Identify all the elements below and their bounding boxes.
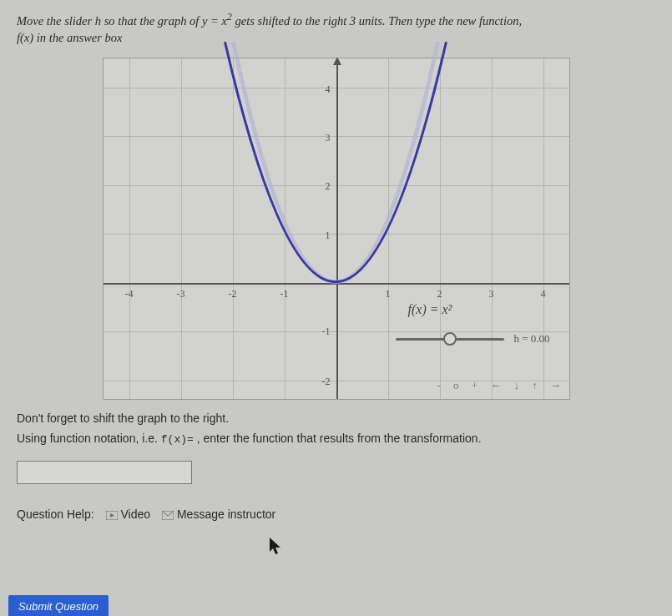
prompt-text: Move the slider [17, 14, 95, 28]
question-prompt: Move the slider h so that the graph of y… [17, 10, 655, 46]
h-slider-thumb[interactable] [443, 332, 457, 346]
slider-var: h [95, 14, 101, 28]
answer-input[interactable] [17, 461, 192, 484]
eq-eq: = [207, 14, 221, 28]
video-help-link[interactable]: Video [106, 507, 154, 521]
prompt-text: in the answer box [33, 31, 122, 44]
question-help-row: Question Help: Video Message instructor [17, 507, 655, 522]
hint-shift-right: Don't forget to shift the graph to the r… [17, 412, 655, 425]
fx-notation: f(x) [17, 31, 33, 44]
help-label: Question Help: [17, 507, 94, 521]
envelope-icon [162, 509, 174, 523]
curves-svg [104, 58, 569, 399]
prompt-text: so that the graph of [101, 14, 202, 28]
zoom-pan-controls[interactable]: - o + ← ↓ ↑ → [437, 379, 567, 392]
submit-question-button[interactable]: Submit Question [8, 595, 109, 616]
hint-code: f(x)= [161, 433, 194, 446]
message-instructor-link[interactable]: Message instructor [162, 507, 275, 521]
video-icon [106, 509, 118, 523]
h-value-label: h = 0.00 [514, 332, 550, 346]
parabola-shadow [233, 43, 437, 283]
hint-text: Using function notation, i.e. [17, 432, 161, 445]
video-help-label: Video [121, 507, 151, 521]
cursor-icon [269, 537, 284, 557]
hint-text: , enter the function that results from t… [194, 432, 482, 445]
function-label: f(x) = x² [408, 302, 452, 317]
parabola-main [225, 43, 446, 283]
hint-function-notation: Using function notation, i.e. f(x)= , en… [17, 432, 655, 446]
graph-canvas[interactable]: -4 -3 -2 -1 1 2 3 4 -2 -1 1 2 3 4 f(x) =… [103, 58, 570, 400]
prompt-text: gets shifted to the right 3 units. Then … [232, 14, 522, 28]
message-instructor-label: Message instructor [177, 507, 275, 521]
